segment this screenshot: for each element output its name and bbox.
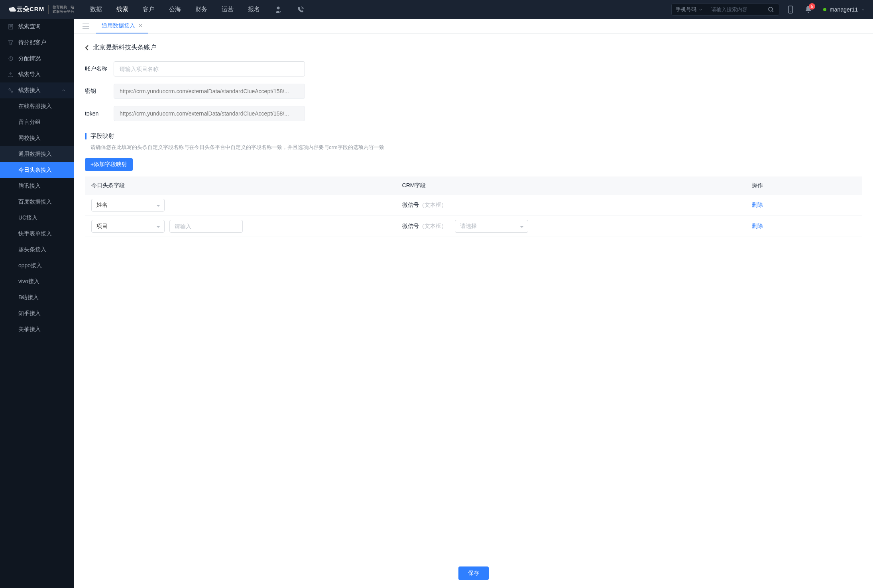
- nav-phone-icon[interactable]: [297, 6, 305, 14]
- crm-field-text: 微信号（文本框）: [402, 223, 447, 230]
- sidebar-item-import[interactable]: 线索导入: [0, 67, 74, 82]
- svg-point-2: [769, 7, 773, 11]
- delete-row-link[interactable]: 删除: [752, 202, 763, 208]
- mapping-desc: 请确保您在此填写的头条自定义字段名称与在今日头条平台中自定义的字段名称一致，并且…: [90, 144, 862, 151]
- token-label: token: [85, 110, 114, 117]
- mobile-icon[interactable]: [787, 6, 794, 14]
- sub-oppo[interactable]: oppo接入: [0, 258, 74, 274]
- close-icon[interactable]: ✕: [138, 23, 143, 29]
- filter-icon: [8, 40, 14, 45]
- chevron-down-icon: [861, 8, 865, 11]
- table-row: 姓名 微信号（文本框） 删除: [85, 195, 862, 216]
- sidebar: 线索查询 待分配客户 分配情况 线索导入 线索接入 在线客服接入 留言分组 网校…: [0, 19, 74, 588]
- toutiao-field-select[interactable]: 项目: [91, 220, 165, 233]
- main-content: 通用数据接入 ✕ 北京昱新科技头条账户 账户名称 密钥 token: [74, 19, 873, 588]
- nav-public[interactable]: 公海: [169, 6, 181, 14]
- mapping-title: 字段映射: [90, 132, 114, 140]
- page-title: 北京昱新科技头条账户: [93, 43, 157, 52]
- notification-count: 5: [809, 3, 815, 10]
- sub-vivo[interactable]: vivo接入: [0, 274, 74, 290]
- search-input[interactable]: [707, 6, 763, 12]
- nav-leads[interactable]: 线索: [116, 6, 128, 14]
- notification-bell[interactable]: 5: [805, 6, 812, 14]
- chevron-up-icon: [62, 89, 66, 92]
- col-crm-field: CRM字段: [396, 176, 745, 195]
- sub-general-data[interactable]: 通用数据接入: [0, 146, 74, 162]
- save-button[interactable]: 保存: [458, 566, 489, 580]
- nav-data[interactable]: 数据: [90, 6, 102, 14]
- account-name-input[interactable]: [114, 61, 305, 76]
- header-icons: 5 manager11: [787, 6, 865, 14]
- back-button[interactable]: 北京昱新科技头条账户: [85, 43, 862, 52]
- logo-text: 云朵CRM: [17, 6, 44, 13]
- sub-meiyou[interactable]: 美柚接入: [0, 321, 74, 337]
- sub-uc[interactable]: UC接入: [0, 210, 74, 226]
- add-mapping-button[interactable]: +添加字段映射: [85, 158, 133, 171]
- search-type-select[interactable]: 手机号码: [672, 4, 707, 16]
- sub-baidu[interactable]: 百度数据接入: [0, 194, 74, 210]
- account-name-label: 账户名称: [85, 65, 114, 73]
- sub-message-group[interactable]: 留言分组: [0, 114, 74, 130]
- app-header: 云朵CRM 教育机构一站 式服务云平台 数据 线索 客户 公海 财务 运营 报名…: [0, 0, 873, 19]
- tab-general-data[interactable]: 通用数据接入 ✕: [96, 19, 148, 33]
- crm-field-text: 微信号（文本框）: [402, 202, 447, 208]
- nav-customers[interactable]: 客户: [143, 6, 155, 14]
- secret-key-input[interactable]: [114, 84, 305, 99]
- top-nav: 数据 线索 客户 公海 财务 运营 报名: [90, 6, 305, 14]
- sidebar-item-pending[interactable]: 待分配客户: [0, 35, 74, 51]
- nav-ops[interactable]: 运营: [222, 6, 234, 14]
- user-menu[interactable]: manager11: [823, 6, 865, 13]
- sub-bilibili[interactable]: B站接入: [0, 290, 74, 306]
- tabs-bar: 通用数据接入 ✕: [74, 19, 873, 34]
- secret-key-label: 密钥: [85, 88, 114, 95]
- svg-point-7: [9, 88, 10, 90]
- token-input[interactable]: [114, 106, 305, 121]
- chevron-left-icon: [85, 45, 89, 51]
- logo: 云朵CRM 教育机构一站 式服务云平台: [8, 5, 74, 14]
- search-icon[interactable]: [763, 6, 779, 13]
- svg-point-4: [790, 12, 791, 12]
- extra-input[interactable]: [169, 220, 243, 233]
- username: manager11: [830, 6, 858, 13]
- tabs-menu-icon[interactable]: [79, 22, 92, 31]
- sidebar-item-access[interactable]: 线索接入: [0, 82, 74, 98]
- plug-icon: [8, 88, 14, 93]
- nav-user-icon[interactable]: [274, 6, 282, 14]
- logo-subtext: 教育机构一站 式服务云平台: [48, 5, 74, 14]
- sub-online-service[interactable]: 在线客服接入: [0, 98, 74, 114]
- sub-tencent[interactable]: 腾讯接入: [0, 178, 74, 194]
- svg-point-0: [277, 6, 280, 9]
- search-box: 手机号码: [671, 4, 779, 16]
- sidebar-item-search[interactable]: 线索查询: [0, 19, 74, 35]
- crm-field-select[interactable]: 请选择: [455, 220, 528, 233]
- sub-school[interactable]: 网校接入: [0, 130, 74, 146]
- sub-kuaishou[interactable]: 快手表单接入: [0, 226, 74, 242]
- status-dot: [823, 8, 826, 11]
- col-action: 操作: [745, 176, 862, 195]
- table-row: 项目 微信号（文本框） 请选择 删除: [85, 216, 862, 237]
- upload-icon: [8, 72, 14, 77]
- sub-toutiao[interactable]: 今日头条接入: [0, 162, 74, 178]
- section-marker: [85, 133, 87, 139]
- nav-enroll[interactable]: 报名: [248, 6, 260, 14]
- col-toutiao-field: 今日头条字段: [85, 176, 396, 195]
- nav-finance[interactable]: 财务: [195, 6, 207, 14]
- sub-qutoutiao[interactable]: 趣头条接入: [0, 242, 74, 258]
- svg-point-8: [11, 91, 13, 92]
- sub-zhihu[interactable]: 知乎接入: [0, 306, 74, 321]
- doc-icon: [8, 24, 14, 29]
- cloud-icon: [8, 5, 17, 14]
- delete-row-link[interactable]: 删除: [752, 223, 763, 229]
- toutiao-field-select[interactable]: 姓名: [91, 199, 165, 212]
- mapping-table: 今日头条字段 CRM字段 操作 姓名 微信号（文本框） 删除: [85, 176, 862, 237]
- clock-icon: [8, 56, 14, 61]
- sidebar-item-allocation[interactable]: 分配情况: [0, 51, 74, 67]
